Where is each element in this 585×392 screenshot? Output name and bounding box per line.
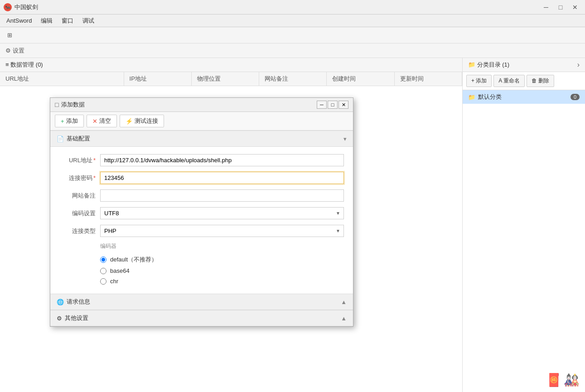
conn-type-select[interactable]: PHP ASP ASPX JSP Python Perl [100,225,344,237]
encoder-label: 编码器 [100,242,344,250]
encoder-default-row: default（不推荐） [100,254,344,266]
other-settings-section-header[interactable]: ⚙ 其他设置 ▲ [50,310,353,326]
modal-minimize-button[interactable]: ─ [317,101,327,109]
note-input[interactable] [100,189,344,202]
request-info-icon: 🌐 [57,299,64,305]
url-input[interactable] [100,154,344,166]
modal-add-label: 添加 [66,117,78,125]
encoder-chr-label: chr [110,278,118,285]
password-field-row: 连接密码* [50,169,353,187]
encoder-default-radio[interactable] [100,256,106,263]
other-settings-chevron: ▲ [341,315,347,322]
basic-config-section-header[interactable]: 📄 基础配置 ▾ [50,131,353,147]
modal-scroll-area[interactable]: 📄 基础配置 ▾ URL地址* 连接密码* [50,131,353,326]
modal-titlebar: □ 添加数据 ─ □ ✕ [50,98,353,112]
modal-add-button[interactable]: + 添加 [55,115,84,127]
modal-controls: ─ □ ✕ [317,101,348,109]
modal-clear-label: 清空 [99,117,111,125]
url-label: URL地址* [59,156,96,165]
modal-test-label: 测试连接 [135,117,158,125]
encoding-select-wrapper: UTF8 GBK GB2312 BIG5 [100,207,344,219]
other-settings-icon: ⚙ [57,315,62,322]
clear-icon: ✕ [92,118,97,125]
other-settings-title: 其他设置 [65,314,88,322]
request-info-chevron: ▲ [341,299,347,305]
modal-maximize-button[interactable]: □ [328,101,338,109]
basic-config-icon: 📄 [57,136,64,142]
modal-clear-button[interactable]: ✕ 清空 [87,115,117,127]
modal-test-button[interactable]: ⚡ 测试连接 [120,115,164,127]
encoding-select[interactable]: UTF8 GBK GB2312 BIG5 [100,207,344,219]
request-info-title: 请求信息 [67,298,90,306]
add-data-modal: □ 添加数据 ─ □ ✕ + 添加 ✕ 清空 ⚡ 测试连接 [50,97,353,327]
basic-config-body: URL地址* 连接密码* 网站备注 [50,147,353,294]
request-info-section-header[interactable]: 🌐 请求信息 ▲ [50,294,353,310]
modal-toolbar: + 添加 ✕ 清空 ⚡ 测试连接 [50,112,353,131]
modal-icon: □ [55,101,58,108]
encoder-chr-row: chr [100,276,344,286]
basic-config-title: 基础配置 [67,135,90,143]
add-icon: + [61,118,64,125]
conn-type-select-wrapper: PHP ASP ASPX JSP Python Perl [100,225,344,237]
encoding-label: 编码设置 [59,209,96,218]
conn-type-field-row: 连接类型 PHP ASP ASPX JSP Python Perl [50,222,353,240]
conn-type-label: 连接类型 [59,227,96,235]
password-input[interactable] [100,172,344,184]
encoder-base64-row: base64 [100,266,344,276]
encoder-base64-radio[interactable] [100,268,106,274]
password-label: 连接密码* [59,174,96,182]
encoder-base64-label: base64 [110,267,130,274]
url-field-row: URL地址* [50,151,353,169]
modal-overlay: □ 添加数据 ─ □ ✕ + 添加 ✕ 清空 ⚡ 测试连接 [0,0,585,392]
encoder-default-label: default（不推荐） [110,256,157,264]
test-icon: ⚡ [126,118,133,125]
note-label: 网站备注 [59,192,96,200]
encoder-section: 编码器 default（不推荐） base64 chr [50,240,353,289]
encoder-chr-radio[interactable] [100,278,106,285]
note-field-row: 网站备注 [50,187,353,204]
encoding-field-row: 编码设置 UTF8 GBK GB2312 BIG5 [50,204,353,222]
modal-title: 添加数据 [61,101,317,109]
basic-config-chevron: ▾ [343,136,347,142]
modal-close-button[interactable]: ✕ [338,101,348,109]
